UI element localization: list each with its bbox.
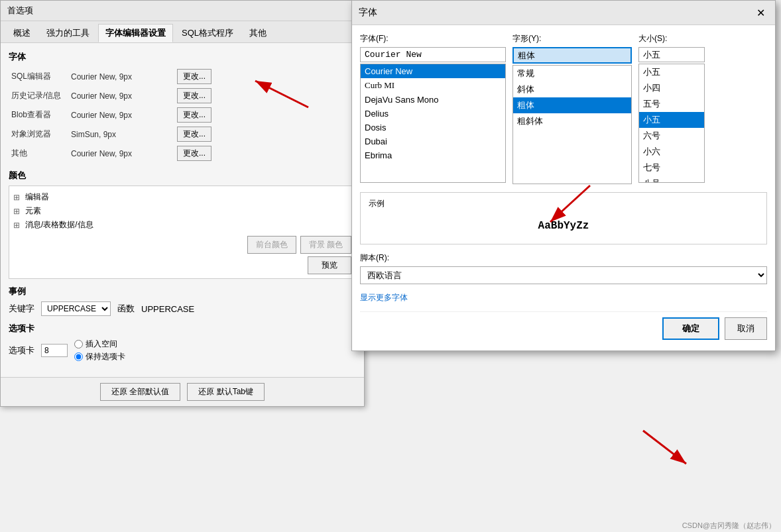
object-change-btn[interactable]: 更改... [177,127,211,142]
list-item[interactable]: 小六 [639,144,704,160]
other-font-value: Courier New, 9px [68,144,174,163]
list-item[interactable]: Ebrima [361,148,505,162]
list-item[interactable]: Delius [361,107,505,121]
event-section-title: 事例 [9,286,356,297]
close-button[interactable]: ✕ [752,5,768,21]
list-item[interactable]: 斜体 [513,81,631,97]
other-change-btn[interactable]: 更改... [177,146,211,161]
event-section: 事例 关键字 UPPERCASE lowercase As typed 函数 U… [9,286,356,316]
svg-line-3 [550,186,590,222]
list-item[interactable]: 常规 [513,66,631,81]
blob-label: Blob查看器 [9,105,68,125]
tab-other[interactable]: 其他 [242,24,274,42]
preview-area: 预览 [13,256,351,274]
font-style-list[interactable]: 常规 斜体 粗体 粗斜体 [512,65,632,184]
dialog-title: 字体 [359,7,377,19]
color-editor-item: ⊞ 编辑器 [13,190,351,204]
main-bottom-bar: 还原 全部默认值 还原 默认Tab键 [1,377,364,406]
tab-section-title: 选项卡 [9,323,356,335]
style-col-label: 字形(Y): [512,33,632,44]
list-item[interactable]: 八号 [639,176,704,183]
object-label: 对象浏览器 [9,125,68,144]
more-fonts-link[interactable]: 显示更多字体 [360,292,767,303]
font-list[interactable]: Courier New Curb MI DejaVu Sans Mono Del… [360,64,506,183]
tab-label: 选项卡 [9,345,34,356]
keyword-label: 关键字 [9,303,34,315]
font-size-input[interactable] [638,47,705,62]
script-label: 脚本(R): [360,252,767,264]
blob-change-btn[interactable]: 更改... [177,107,211,123]
dialog-buttons: 确定 取消 [360,311,767,343]
color-editor-label: 编辑器 [25,191,49,203]
font-col-label: 字体(F): [360,33,506,44]
list-item[interactable]: 小五 [639,64,704,80]
color-message-item: ⊞ 消息/表格数据/信息 [13,218,351,232]
font-name-input[interactable] [360,47,506,62]
tab-input[interactable]: 8 [41,344,68,357]
event-row: 关键字 UPPERCASE lowercase As typed 函数 UPPE… [9,301,356,316]
tab-sql[interactable]: SQL格式程序 [174,24,241,42]
watermark: CSDN@吉冈秀隆（赵志伟） [682,521,776,531]
font-dialog: 字体 ✕ 字体(F): Courier New Curb MI DejaVu S… [351,0,776,351]
tab-row: 选项卡 8 插入空间 保持选项卡 [9,339,356,362]
list-item[interactable]: 五号 [639,96,704,112]
table-row: 其他 Courier New, 9px 更改... [9,144,356,163]
keyword-select[interactable]: UPPERCASE lowercase As typed [41,301,111,316]
list-item[interactable]: 小五 [639,112,704,128]
list-item[interactable]: DejaVu Sans Mono [361,93,505,107]
main-title-bar: 首选项 [1,1,364,21]
object-value: SimSun, 9px [68,125,174,144]
font-section-title: 字体 [9,51,356,63]
list-item[interactable]: 小四 [639,80,704,96]
fg-color-btn[interactable]: 前台颜色 [247,236,296,254]
plus-icon-editor: ⊞ [13,193,23,202]
color-element-label: 元素 [25,205,41,217]
list-item[interactable]: 六号 [639,128,704,144]
svg-line-1 [255,81,308,107]
main-tabs: 概述 强力的工具 字体编辑器设置 SQL格式程序 其他 [1,21,364,43]
history-change-btn[interactable]: 更改... [177,88,211,103]
main-preferences-window: 首选项 概述 强力的工具 字体编辑器设置 SQL格式程序 其他 字体 SQL编辑… [0,0,365,407]
font-size-list[interactable]: 小五 小四 五号 小五 六号 小六 七号 八号 [638,64,705,183]
tab-font-editor[interactable]: 字体编辑器设置 [98,24,173,42]
red-arrow-3 [636,424,696,470]
red-arrow-2 [544,179,597,232]
other-font-label: 其他 [9,144,68,163]
blob-value: Courier New, 9px [68,105,174,125]
size-col-label: 大小(S): [638,33,705,44]
font-name-column: 字体(F): Courier New Curb MI DejaVu Sans M… [360,33,506,184]
radio-keep-tab[interactable]: 保持选项卡 [74,351,125,362]
list-item[interactable]: Dubai [361,134,505,148]
tab-tools[interactable]: 强力的工具 [39,24,97,42]
tab-overview[interactable]: 概述 [6,24,38,42]
ok-button[interactable]: 确定 [662,317,719,340]
list-item[interactable]: Dosis [361,121,505,134]
table-row: 对象浏览器 SimSun, 9px 更改... [9,125,356,144]
preview-btn[interactable]: 预览 [308,256,351,274]
font-style-input[interactable] [512,47,632,64]
cancel-button[interactable]: 取消 [725,317,767,340]
history-value: Courier New, 9px [68,86,174,105]
main-title: 首选项 [7,5,33,15]
sql-editor-label: SQL编辑器 [9,67,68,86]
dialog-title-bar: 字体 ✕ [352,1,775,25]
font-size-column: 大小(S): 小五 小四 五号 小五 六号 小六 七号 八号 [638,33,705,184]
svg-line-5 [643,431,686,464]
sql-editor-change-btn[interactable]: 更改... [177,69,211,84]
list-item[interactable]: Curb MI [361,78,505,93]
restore-all-btn[interactable]: 还原 全部默认值 [100,383,180,401]
restore-tab-btn[interactable]: 还原 默认Tab键 [187,383,265,401]
radio-insert-space[interactable]: 插入空间 [74,339,125,350]
script-select[interactable]: 西欧语言 [360,266,767,284]
history-label: 历史记录/信息 [9,86,68,105]
list-item[interactable]: 粗斜体 [513,113,631,129]
red-arrow-1 [249,74,315,114]
script-section: 脚本(R): 西欧语言 [360,252,767,284]
list-item[interactable]: Courier New [361,64,505,78]
color-buttons: 前台颜色 背景 颜色 [13,236,351,254]
list-item[interactable]: 粗体 [513,97,631,113]
list-item[interactable]: 七号 [639,160,704,176]
color-element-item: ⊞ 元素 [13,204,351,218]
bg-color-btn[interactable]: 背景 颜色 [300,236,351,254]
color-section-title: 颜色 [9,170,356,182]
